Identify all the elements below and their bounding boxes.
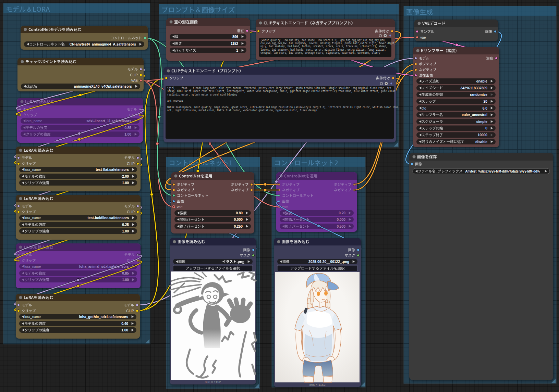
svg-text:0: 0 <box>485 126 487 130</box>
svg-text:1.00: 1.00 <box>124 132 131 136</box>
svg-text:896 × 1152: 896 × 1152 <box>309 383 325 387</box>
svg-text:sdxl-lineart_11.safetensors: sdxl-lineart_11.safetensors <box>86 119 131 123</box>
svg-text:0.000: 0.000 <box>234 218 243 222</box>
svg-text:1.00: 1.00 <box>122 278 129 282</box>
svg-text:lora_name: lora_name <box>24 265 41 268</box>
svg-text:1.00: 1.00 <box>122 181 129 185</box>
svg-text:10000: 10000 <box>478 133 488 137</box>
svg-text:lora_name: lora_name <box>24 315 41 319</box>
svg-text:0.500: 0.500 <box>337 225 346 228</box>
svg-text:CLIP: CLIP <box>127 210 135 214</box>
svg-text:6.0: 6.0 <box>483 106 487 110</box>
svg-text:CLIP: CLIP <box>126 309 134 313</box>
svg-text:realistic water, splash water: realistic water, splash water around win… <box>167 93 237 97</box>
svg-text:CN-anytest4_animagine4_A.safet: CN-anytest4_animagine4_A.safetensors <box>70 42 136 46</box>
svg-text:enable: enable <box>476 79 488 83</box>
svg-text:VAE: VAE <box>131 79 138 83</box>
svg-text:0.20: 0.20 <box>339 211 345 215</box>
svg-text:CLIP: CLIP <box>130 73 138 77</box>
svg-text:1152: 1152 <box>231 42 238 46</box>
svg-text:0.000: 0.000 <box>337 218 346 222</box>
svg-text:disable: disable <box>475 140 487 144</box>
svg-text:20: 20 <box>484 100 488 103</box>
svg-text:cfg: cfg <box>422 106 426 110</box>
svg-text:0.80: 0.80 <box>236 211 243 215</box>
svg-text:randomize: randomize <box>470 93 487 97</box>
svg-text:-2.00: -2.00 <box>121 175 129 178</box>
svg-text:animagineXL40_v4Opt.safetensor: animagineXL40_v4Opt.safetensors <box>74 85 132 88</box>
svg-text:lora_name: lora_name <box>24 216 41 220</box>
svg-text:0.85: 0.85 <box>124 126 131 130</box>
svg-text:1: 1 <box>236 49 238 52</box>
svg-text:loha_gothic_sdxl.safetensors: loha_gothic_sdxl.safetensors <box>79 315 129 319</box>
svg-text:896 × 1152: 896 × 1152 <box>205 380 221 384</box>
svg-text:2025-09-20__00122_.png: 2025-09-20__00122_.png <box>308 260 349 264</box>
svg-text:34296118337809: 34296118337809 <box>460 86 487 90</box>
svg-text:vae: vae <box>420 36 426 39</box>
svg-text:lora_name: lora_name <box>24 168 41 172</box>
svg-text:896: 896 <box>232 35 238 39</box>
svg-text:0.40: 0.40 <box>121 322 128 326</box>
svg-text:0.85: 0.85 <box>122 271 129 275</box>
svg-text:test-flat.safetensors: test-flat.safetensors <box>96 168 129 172</box>
svg-text:simple: simple <box>476 120 488 124</box>
svg-text:Anytest_%date:yyyy-MM-dd%/%dat: Anytest_%date:yyyy-MM-dd%/%date:yyyy-MM-… <box>465 169 542 173</box>
svg-text:vae: vae <box>177 205 183 209</box>
svg-text:art, light diffusion, muted co: art, light diffusion, muted color, Matte… <box>167 109 317 112</box>
svg-text:test-boldline.safetensors: test-boldline.safetensors <box>87 216 129 220</box>
svg-text:1.00: 1.00 <box>122 229 129 233</box>
svg-text:1.00: 1.00 <box>121 328 128 332</box>
svg-text:cropped, low score, bad score,: cropped, low score, bad score, average s… <box>260 51 380 55</box>
svg-text:0.25: 0.25 <box>122 223 129 227</box>
svg-text:lora_name: lora_name <box>26 119 42 123</box>
svg-text:euler_ancestral: euler_ancestral <box>462 113 487 117</box>
svg-text:0.250: 0.250 <box>234 225 243 228</box>
svg-text:art nouveau: art nouveau <box>167 99 183 103</box>
svg-text:CLIP: CLIP <box>127 162 135 166</box>
